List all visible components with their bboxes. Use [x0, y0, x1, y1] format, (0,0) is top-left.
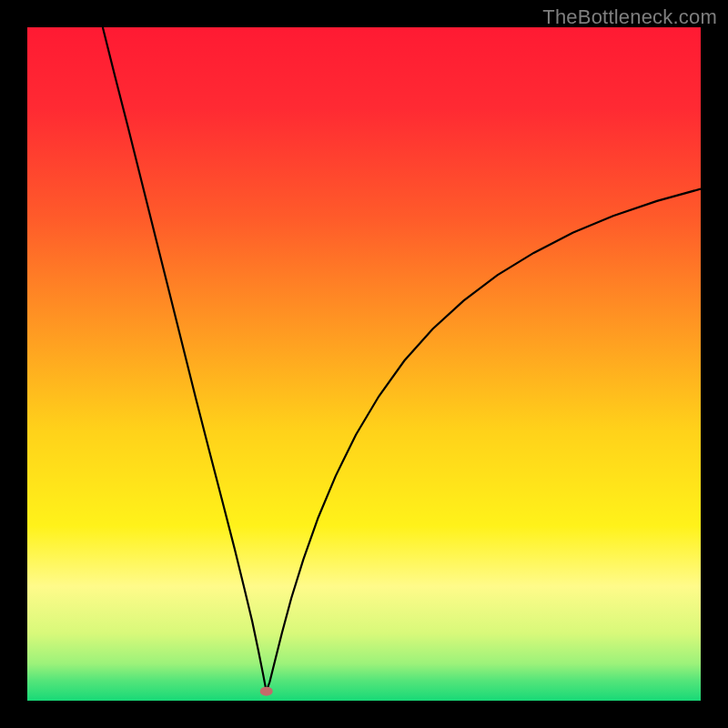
watermark-label: TheBottleneck.com: [542, 5, 717, 29]
chart-frame: TheBottleneck.com: [0, 0, 728, 728]
minimum-marker: [260, 687, 273, 696]
plot-svg: [27, 27, 701, 701]
